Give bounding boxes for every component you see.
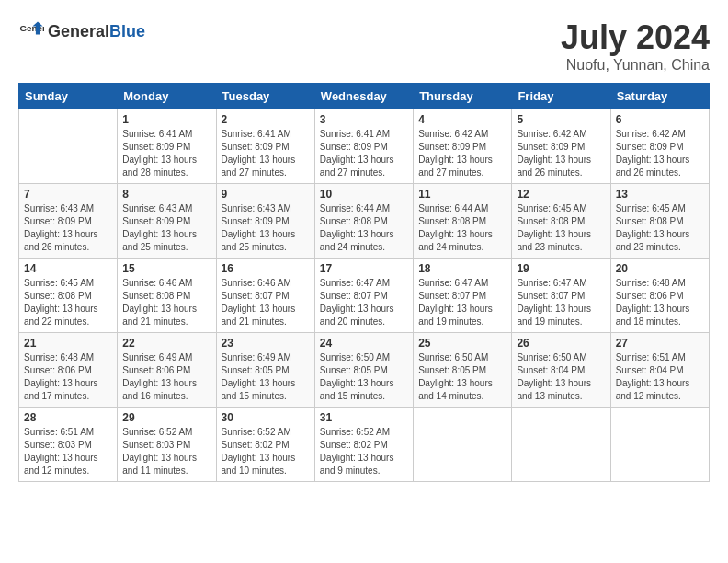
daylight-text: Daylight: 13 hours and 17 minutes. (24, 378, 98, 401)
sunset-text: Sunset: 8:04 PM (517, 365, 585, 375)
day-info: Sunrise: 6:46 AM Sunset: 8:07 PM Dayligh… (222, 277, 310, 328)
calendar-day-cell: 27 Sunrise: 6:51 AM Sunset: 8:04 PM Dayl… (610, 333, 709, 408)
sunset-text: Sunset: 8:07 PM (222, 291, 290, 301)
day-info: Sunrise: 6:43 AM Sunset: 8:09 PM Dayligh… (24, 202, 112, 254)
weekday-header: Friday (512, 84, 610, 109)
sunrise-text: Sunrise: 6:47 AM (320, 278, 390, 288)
sunrise-text: Sunrise: 6:48 AM (24, 352, 94, 362)
sunset-text: Sunset: 8:08 PM (517, 216, 585, 226)
calendar-day-cell: 7 Sunrise: 6:43 AM Sunset: 8:09 PM Dayli… (19, 184, 118, 259)
sunrise-text: Sunrise: 6:49 AM (222, 352, 291, 362)
sunrise-text: Sunrise: 6:44 AM (418, 203, 488, 213)
daylight-text: Daylight: 13 hours and 21 minutes. (122, 304, 197, 327)
day-info: Sunrise: 6:41 AM Sunset: 8:09 PM Dayligh… (122, 128, 210, 179)
day-info: Sunrise: 6:47 AM Sunset: 8:07 PM Dayligh… (320, 277, 408, 328)
day-number: 10 (320, 188, 408, 201)
day-number: 29 (122, 411, 210, 424)
sunset-text: Sunset: 8:07 PM (517, 291, 585, 301)
daylight-text: Daylight: 13 hours and 10 minutes. (222, 453, 296, 476)
calendar-day-cell: 28 Sunrise: 6:51 AM Sunset: 8:03 PM Dayl… (19, 408, 118, 482)
day-number: 28 (24, 411, 112, 424)
title-area: July 2024 Nuofu, Yunnan, China (561, 18, 710, 74)
sunrise-text: Sunrise: 6:45 AM (24, 278, 94, 288)
day-number: 16 (222, 262, 310, 275)
calendar-day-cell: 15 Sunrise: 6:46 AM Sunset: 8:08 PM Dayl… (118, 259, 216, 333)
day-info: Sunrise: 6:51 AM Sunset: 8:04 PM Dayligh… (616, 351, 704, 403)
daylight-text: Daylight: 13 hours and 27 minutes. (320, 155, 394, 178)
sunrise-text: Sunrise: 6:51 AM (616, 352, 686, 362)
calendar-week-row: 21 Sunrise: 6:48 AM Sunset: 8:06 PM Dayl… (19, 333, 710, 408)
calendar-day-cell: 16 Sunrise: 6:46 AM Sunset: 8:07 PM Dayl… (216, 259, 314, 333)
day-number: 25 (418, 337, 506, 350)
day-info: Sunrise: 6:52 AM Sunset: 8:02 PM Dayligh… (222, 426, 310, 477)
calendar-day-cell: 24 Sunrise: 6:50 AM Sunset: 8:05 PM Dayl… (314, 333, 413, 408)
day-info: Sunrise: 6:44 AM Sunset: 8:08 PM Dayligh… (418, 202, 506, 254)
daylight-text: Daylight: 13 hours and 9 minutes. (320, 453, 394, 476)
daylight-text: Daylight: 13 hours and 16 minutes. (122, 378, 197, 401)
calendar-day-cell: 19 Sunrise: 6:47 AM Sunset: 8:07 PM Dayl… (512, 259, 610, 333)
day-info: Sunrise: 6:43 AM Sunset: 8:09 PM Dayligh… (122, 202, 210, 254)
day-number: 9 (222, 188, 310, 201)
sunrise-text: Sunrise: 6:41 AM (122, 129, 192, 139)
day-info: Sunrise: 6:50 AM Sunset: 8:04 PM Dayligh… (517, 351, 605, 403)
day-number: 27 (616, 337, 704, 350)
weekday-header: Saturday (610, 84, 709, 109)
sunset-text: Sunset: 8:04 PM (616, 365, 684, 375)
daylight-text: Daylight: 13 hours and 23 minutes. (616, 229, 690, 252)
sunset-text: Sunset: 8:08 PM (122, 291, 190, 301)
weekday-header: Wednesday (314, 84, 413, 109)
logo-icon: General (18, 18, 44, 44)
day-number: 1 (122, 113, 210, 126)
calendar-day-cell: 12 Sunrise: 6:45 AM Sunset: 8:08 PM Dayl… (512, 184, 610, 259)
sunrise-text: Sunrise: 6:46 AM (122, 278, 192, 288)
sunset-text: Sunset: 8:09 PM (418, 142, 486, 152)
day-info: Sunrise: 6:48 AM Sunset: 8:06 PM Dayligh… (24, 351, 112, 403)
daylight-text: Daylight: 13 hours and 27 minutes. (418, 155, 493, 178)
sunrise-text: Sunrise: 6:49 AM (122, 352, 192, 362)
calendar-day-cell: 22 Sunrise: 6:49 AM Sunset: 8:06 PM Dayl… (118, 333, 216, 408)
sunset-text: Sunset: 8:06 PM (24, 365, 92, 375)
sunrise-text: Sunrise: 6:45 AM (517, 203, 586, 213)
logo-general: General (48, 22, 109, 40)
sunset-text: Sunset: 8:08 PM (418, 216, 486, 226)
day-number: 19 (517, 262, 605, 275)
calendar-day-cell: 13 Sunrise: 6:45 AM Sunset: 8:08 PM Dayl… (610, 184, 709, 259)
sunrise-text: Sunrise: 6:48 AM (616, 278, 686, 288)
daylight-text: Daylight: 13 hours and 25 minutes. (122, 229, 197, 252)
sunrise-text: Sunrise: 6:45 AM (616, 203, 686, 213)
sunset-text: Sunset: 8:07 PM (418, 291, 486, 301)
sunset-text: Sunset: 8:05 PM (418, 365, 486, 375)
day-number: 24 (320, 337, 408, 350)
day-info: Sunrise: 6:41 AM Sunset: 8:09 PM Dayligh… (222, 128, 310, 179)
sunset-text: Sunset: 8:08 PM (616, 216, 684, 226)
calendar-day-cell: 21 Sunrise: 6:48 AM Sunset: 8:06 PM Dayl… (19, 333, 118, 408)
day-number: 11 (418, 188, 506, 201)
calendar-day-cell (512, 408, 610, 482)
logo: General GeneralBlue (18, 18, 145, 44)
day-number: 17 (320, 262, 408, 275)
day-info: Sunrise: 6:49 AM Sunset: 8:06 PM Dayligh… (122, 351, 210, 403)
day-number: 5 (517, 113, 605, 126)
calendar-day-cell: 30 Sunrise: 6:52 AM Sunset: 8:02 PM Dayl… (216, 408, 314, 482)
day-number: 13 (616, 188, 704, 201)
day-info: Sunrise: 6:48 AM Sunset: 8:06 PM Dayligh… (616, 277, 704, 328)
daylight-text: Daylight: 13 hours and 28 minutes. (122, 155, 197, 178)
daylight-text: Daylight: 13 hours and 25 minutes. (222, 229, 296, 252)
daylight-text: Daylight: 13 hours and 19 minutes. (517, 304, 591, 327)
calendar-day-cell (610, 408, 709, 482)
weekday-header: Tuesday (216, 84, 314, 109)
calendar-day-cell: 10 Sunrise: 6:44 AM Sunset: 8:08 PM Dayl… (314, 184, 413, 259)
day-info: Sunrise: 6:45 AM Sunset: 8:08 PM Dayligh… (24, 277, 112, 328)
sunrise-text: Sunrise: 6:47 AM (418, 278, 488, 288)
sunset-text: Sunset: 8:09 PM (222, 142, 290, 152)
daylight-text: Daylight: 13 hours and 13 minutes. (517, 378, 591, 401)
calendar-day-cell: 11 Sunrise: 6:44 AM Sunset: 8:08 PM Dayl… (414, 184, 512, 259)
day-info: Sunrise: 6:44 AM Sunset: 8:08 PM Dayligh… (320, 202, 408, 254)
sunrise-text: Sunrise: 6:43 AM (122, 203, 192, 213)
sunrise-text: Sunrise: 6:47 AM (517, 278, 586, 288)
weekday-header: Thursday (414, 84, 512, 109)
calendar-table: SundayMondayTuesdayWednesdayThursdayFrid… (18, 83, 710, 482)
calendar-week-row: 28 Sunrise: 6:51 AM Sunset: 8:03 PM Dayl… (19, 408, 710, 482)
sunrise-text: Sunrise: 6:42 AM (517, 129, 586, 139)
sunrise-text: Sunrise: 6:42 AM (418, 129, 488, 139)
